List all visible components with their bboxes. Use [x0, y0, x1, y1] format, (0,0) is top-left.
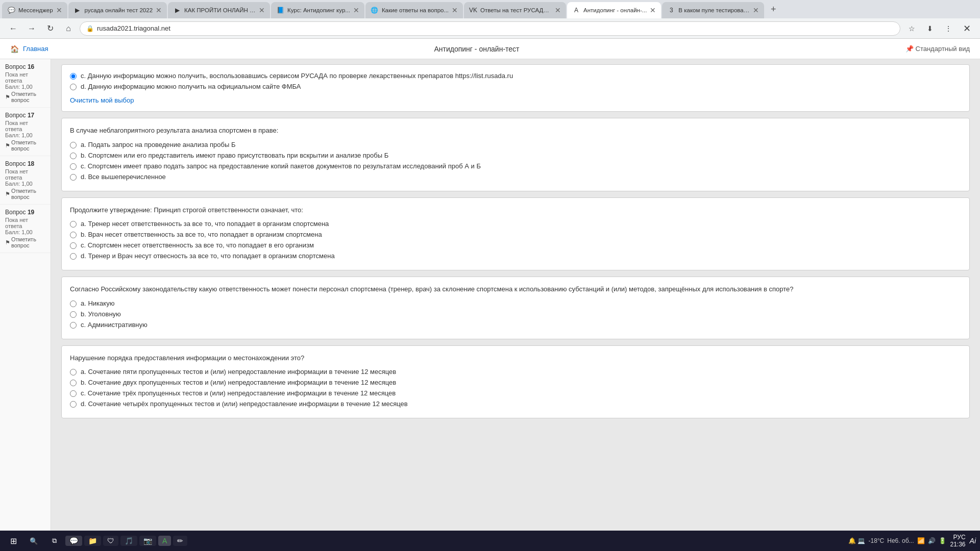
radio-q17-0[interactable] — [70, 221, 77, 228]
volume-icon: 🔊 — [928, 537, 936, 544]
question-block-q18: Согласно Российскому законодательству ка… — [61, 277, 970, 339]
question-text-q19: Нарушение порядка предоставления информа… — [70, 353, 961, 363]
option-label-q18-1: b. Уголовную — [81, 310, 121, 318]
sys-tray-icons: 🔔 💻 — [848, 537, 865, 544]
option-q_top-0[interactable]: c. Данную информацию можно получить, вос… — [70, 72, 961, 80]
standard-view-button[interactable]: 📌 Стандартный вид — [905, 45, 970, 53]
radio-q_top-0[interactable] — [70, 73, 77, 80]
tab-close-t4[interactable]: ✕ — [353, 6, 359, 14]
sidebar-q-flag[interactable]: ⚑ Отметить вопрос — [5, 236, 45, 248]
tab-bar: 💬Мессенджер✕▶русада онлайн тест 2022✕▶КА… — [0, 0, 980, 18]
option-q17-0[interactable]: a. Тренер несет ответственность за все т… — [70, 220, 961, 228]
taskbar-app-explorer[interactable]: 📁 — [84, 536, 101, 546]
question-text-q18: Согласно Российскому законодательству ка… — [70, 284, 961, 294]
option-q18-0[interactable]: a. Никакую — [70, 299, 961, 307]
taskbar-app-camera[interactable]: 📷 — [139, 536, 156, 546]
option-q19-0[interactable]: a. Сочетание пяти пропущенных тестов и (… — [70, 368, 961, 375]
url-bar[interactable]: 🔒 rusada2021.triagonal.net — [80, 21, 900, 36]
sidebar-q-score: Балл: 1,00 — [5, 229, 45, 235]
option-q19-3[interactable]: d. Сочетание четырёх пропущенных тестов … — [70, 400, 961, 408]
tab-close-t1[interactable]: ✕ — [56, 6, 62, 14]
back-button[interactable]: ← — [6, 21, 20, 36]
radio-q16-3[interactable] — [70, 174, 77, 181]
close-button[interactable]: ✕ — [960, 21, 974, 36]
sidebar-q-status: Пока нет ответа — [5, 120, 45, 132]
radio-q17-3[interactable] — [70, 253, 77, 260]
option-q16-2[interactable]: c. Спортсмен имеет право подать запрос н… — [70, 162, 961, 170]
option-q18-1[interactable]: b. Уголовную — [70, 310, 961, 318]
radio-q16-2[interactable] — [70, 163, 77, 170]
tab-t7[interactable]: AАнтидопинг - онлайн-...✕ — [567, 2, 661, 18]
option-q16-1[interactable]: b. Спортсмен или его представитель имеют… — [70, 152, 961, 159]
forward-button[interactable]: → — [24, 21, 39, 36]
main-content[interactable]: c. Данную информацию можно получить, вос… — [51, 59, 980, 531]
radio-q19-2[interactable] — [70, 390, 77, 397]
sidebar-q-score: Балл: 1,00 — [5, 181, 45, 187]
home-button[interactable]: ⌂ — [61, 21, 76, 36]
radio-q16-0[interactable] — [70, 142, 77, 148]
clear-choice-q_top[interactable]: Очистить мой выбор — [70, 96, 134, 104]
option-label-q19-3: d. Сочетание четырёх пропущенных тестов … — [81, 400, 408, 408]
search-button[interactable]: 🔍 — [24, 532, 43, 550]
download-button[interactable]: ⬇ — [923, 21, 937, 36]
taskbar-app-music[interactable]: 🎵 — [120, 536, 137, 546]
new-tab-button[interactable]: + — [766, 2, 780, 16]
menu-button[interactable]: ⋮ — [941, 21, 955, 36]
tab-label-t2: русада онлайн тест 2022 — [85, 7, 153, 13]
option-q16-0[interactable]: a. Подать запрос на проведение анализа п… — [70, 141, 961, 148]
taskbar-app-antivirus[interactable]: 🛡 — [103, 536, 118, 546]
taskbar-app-messenger[interactable]: 💬 — [65, 536, 82, 546]
radio-q19-1[interactable] — [70, 380, 77, 386]
tab-t6[interactable]: VKОтветы на тест РУСАДА 2...✕ — [464, 2, 566, 18]
radio-q17-2[interactable] — [70, 242, 77, 249]
ai-label: Ai — [970, 537, 976, 545]
radio-q18-0[interactable] — [70, 300, 77, 307]
radio-q18-1[interactable] — [70, 311, 77, 318]
option-q16-3[interactable]: d. Все вышеперечисленное — [70, 173, 961, 181]
tab-t4[interactable]: 📘Курс: Антидопинг кур...✕ — [271, 2, 364, 18]
radio-q18-2[interactable] — [70, 322, 77, 329]
radio-q16-1[interactable] — [70, 153, 77, 159]
tab-t8[interactable]: 3В каком пуле тестирован...✕ — [662, 2, 764, 18]
radio-q17-1[interactable] — [70, 232, 77, 238]
sidebar-q-label: Вопрос 16 — [5, 63, 45, 70]
taskbar-app-browser[interactable]: A — [158, 536, 171, 546]
sidebar-q-score: Балл: 1,00 — [5, 84, 45, 90]
radio-q_top-1[interactable] — [70, 84, 77, 90]
tab-close-t6[interactable]: ✕ — [555, 6, 561, 14]
tab-close-t3[interactable]: ✕ — [259, 6, 265, 14]
home-nav-label[interactable]: Главная — [23, 45, 48, 53]
option-q19-1[interactable]: b. Сочетание двух пропущенных тестов и (… — [70, 379, 961, 386]
option-q17-3[interactable]: d. Тренер и Врач несут отвесность за все… — [70, 252, 961, 260]
flag-icon: ⚑ — [5, 239, 10, 246]
browser-window: 💬Мессенджер✕▶русада онлайн тест 2022✕▶КА… — [0, 0, 980, 531]
tab-close-t5[interactable]: ✕ — [452, 6, 458, 14]
sidebar-q-flag[interactable]: ⚑ Отметить вопрос — [5, 91, 45, 103]
tab-t3[interactable]: ▶КАК ПРОЙТИ ОНЛАЙН Т...✕ — [168, 2, 270, 18]
task-view-button[interactable]: ⧉ — [45, 532, 63, 550]
bookmark-button[interactable]: ☆ — [904, 21, 919, 36]
radio-q19-0[interactable] — [70, 369, 77, 375]
option-q17-2[interactable]: c. Спортсмен несет ответственность за вс… — [70, 241, 961, 249]
sidebar-q-flag[interactable]: ⚑ Отметить вопрос — [5, 139, 45, 152]
tab-t1[interactable]: 💬Мессенджер✕ — [2, 2, 67, 18]
tab-close-t8[interactable]: ✕ — [753, 6, 759, 14]
option-label-q16-3: d. Все вышеперечисленное — [81, 173, 166, 181]
start-button[interactable]: ⊞ — [4, 532, 22, 550]
question-block-q_top: c. Данную информацию можно получить, вос… — [61, 64, 970, 112]
taskbar-app-editor[interactable]: ✏ — [173, 536, 187, 546]
reload-button[interactable]: ↻ — [43, 21, 57, 36]
tab-close-t2[interactable]: ✕ — [156, 6, 162, 14]
option-label-q16-0: a. Подать запрос на проведение анализа п… — [81, 141, 235, 148]
tab-t5[interactable]: 🌐Какие ответы на вопро...✕ — [365, 2, 463, 18]
option-q18-2[interactable]: c. Административную — [70, 321, 961, 329]
radio-q19-3[interactable] — [70, 401, 77, 408]
tab-t2[interactable]: ▶русада онлайн тест 2022✕ — [68, 2, 167, 18]
flag-icon: ⚑ — [5, 94, 10, 101]
option-q19-2[interactable]: c. Сочетание трёх пропущенных тестов и (… — [70, 389, 961, 397]
option-q_top-1[interactable]: d. Данную информацию можно получить на о… — [70, 83, 961, 90]
option-q17-1[interactable]: b. Врач несет ответственность за все то,… — [70, 231, 961, 238]
sidebar-q-flag[interactable]: ⚑ Отметить вопрос — [5, 188, 45, 200]
tab-icon-t5: 🌐 — [371, 6, 379, 14]
tab-close-t7[interactable]: ✕ — [650, 6, 656, 14]
